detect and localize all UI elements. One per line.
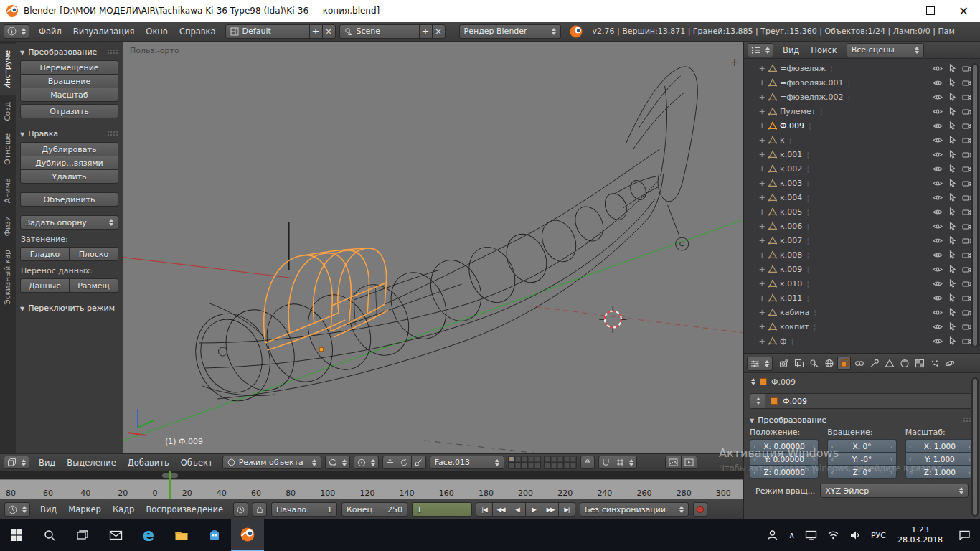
add-scene-button[interactable] <box>419 24 433 39</box>
outliner-item[interactable]: к.001 ¦ <box>747 147 980 161</box>
pivot-point-dropdown[interactable] <box>354 456 379 469</box>
selectable-cursor-icon[interactable] <box>948 207 956 216</box>
render-camera-icon[interactable] <box>962 280 971 288</box>
scene-dropdown[interactable]: Scene <box>339 24 420 39</box>
eye-icon[interactable] <box>933 165 943 173</box>
menu-item[interactable]: Кадр <box>107 504 140 514</box>
scroll-thumb[interactable] <box>973 379 977 515</box>
transform-properties-header[interactable]: Преобразование <box>750 413 974 426</box>
layers-widget[interactable] <box>508 456 577 469</box>
outliner-item[interactable]: =фюзеляж.002 ¦ <box>747 90 980 104</box>
tool-shelf-tab[interactable]: Физи <box>0 209 16 242</box>
selectable-cursor-icon[interactable] <box>948 222 956 230</box>
frame-start-field[interactable]: Начало: 1 <box>271 502 337 517</box>
join-button[interactable]: Объединить <box>20 192 118 207</box>
viewport-shading-dropdown[interactable] <box>325 456 350 469</box>
tool-shelf-tab[interactable]: Инструме <box>0 44 16 95</box>
tab-scene[interactable] <box>807 357 821 370</box>
outliner-item[interactable]: к.009 ¦ <box>747 262 980 276</box>
render-engine-dropdown[interactable]: Рендер Blender <box>459 24 561 39</box>
maximize-button[interactable] <box>914 0 947 22</box>
expand-icon[interactable] <box>758 265 765 274</box>
eye-icon[interactable] <box>933 65 943 72</box>
selectable-cursor-icon[interactable] <box>948 121 956 130</box>
menu-item[interactable]: Воспроизведение <box>140 504 229 514</box>
playback-button[interactable]: ▶| <box>558 502 575 517</box>
eye-icon[interactable] <box>933 108 943 116</box>
transform-panel-header[interactable]: Преобразование <box>20 45 118 58</box>
rotation-mode-dropdown[interactable]: XYZ Эйлер <box>820 484 969 498</box>
outliner-item[interactable]: к.008 ¦ <box>747 248 980 262</box>
frame-end-field[interactable]: Конец: 250 <box>341 502 407 517</box>
outliner-item[interactable]: Пулемет ¦ <box>747 104 980 118</box>
rotation-field[interactable]: Z: 0° <box>827 465 896 479</box>
eye-icon[interactable] <box>933 251 943 259</box>
selectable-cursor-icon[interactable] <box>948 164 956 173</box>
expand-icon[interactable] <box>758 193 765 202</box>
render-camera-icon[interactable] <box>962 194 971 202</box>
selectable-cursor-icon[interactable] <box>948 78 956 87</box>
object-name-field[interactable]: Ф.009 <box>765 393 974 409</box>
tool-shelf-tab[interactable]: Созд <box>0 95 16 128</box>
delete-button[interactable]: Удалить <box>20 169 118 184</box>
editor-type-info-button[interactable] <box>4 24 29 39</box>
expand-icon[interactable] <box>758 179 765 188</box>
network-tray-button[interactable] <box>800 519 822 551</box>
render-camera-icon[interactable] <box>962 323 971 331</box>
outliner-item[interactable]: =фюзеляж ¦ <box>747 61 980 75</box>
editor-type-properties-button[interactable] <box>747 357 773 371</box>
editor-type-outliner-button[interactable] <box>748 43 773 57</box>
start-button[interactable] <box>0 519 33 551</box>
expand-icon[interactable] <box>758 236 765 245</box>
render-camera-icon[interactable] <box>962 337 971 345</box>
transfer-data-button[interactable]: Данные <box>20 278 70 293</box>
viewport-3d[interactable]: Польз.-орто (1) Ф.009 <box>123 42 743 453</box>
manipulator-scale-button[interactable] <box>411 456 426 469</box>
playback-button[interactable]: ◀◀ <box>492 502 509 517</box>
opengl-render-image-button[interactable] <box>665 456 682 469</box>
transfer-placement-button[interactable]: Размещ <box>69 278 118 293</box>
menu-item[interactable]: Вид <box>33 458 61 468</box>
clock[interactable]: 1:23 28.03.2018 <box>891 525 949 545</box>
render-camera-icon[interactable] <box>962 265 971 273</box>
tray-expand-button[interactable] <box>783 519 800 551</box>
outliner-item[interactable]: к.002 ¦ <box>747 161 980 176</box>
outliner-item[interactable]: ф ¦ <box>747 334 980 348</box>
shade-flat-button[interactable]: Плоско <box>69 247 118 261</box>
tab-render-layers[interactable] <box>792 357 806 370</box>
rotation-field[interactable]: X: 0° <box>827 439 896 453</box>
lock-frame-button[interactable] <box>253 502 267 517</box>
render-camera-icon[interactable] <box>962 93 971 101</box>
breadcrumb-arrows-icon[interactable] <box>751 378 755 385</box>
manipulator-rotate-button[interactable] <box>397 456 412 469</box>
expand-icon[interactable] <box>758 64 765 73</box>
eye-icon[interactable] <box>933 337 943 345</box>
current-frame-field[interactable]: 1 <box>412 502 472 517</box>
scale-field[interactable]: Y: 1.000 <box>905 452 974 466</box>
selectable-cursor-icon[interactable] <box>948 236 956 245</box>
playback-button[interactable]: ▶ <box>525 502 542 517</box>
volume-tray-button[interactable] <box>844 519 866 551</box>
selectable-cursor-icon[interactable] <box>948 64 956 72</box>
tab-object-data[interactable] <box>882 357 896 370</box>
tab-world[interactable] <box>822 357 836 370</box>
location-field[interactable]: Z: 0.00000 <box>750 465 819 479</box>
render-camera-icon[interactable] <box>962 222 971 230</box>
current-frame-indicator[interactable] <box>169 471 171 499</box>
expand-icon[interactable] <box>758 78 765 88</box>
tab-physics[interactable] <box>943 357 956 370</box>
eye-icon[interactable] <box>933 194 943 202</box>
eye-icon[interactable] <box>933 323 943 331</box>
blender-app-button[interactable] <box>231 519 264 551</box>
menu-item[interactable]: Маркер <box>62 504 107 514</box>
eye-icon[interactable] <box>933 280 943 288</box>
rotate-button[interactable]: Вращение <box>20 74 118 88</box>
tab-texture[interactable] <box>913 357 926 370</box>
eye-icon[interactable] <box>933 208 943 216</box>
shade-smooth-button[interactable]: Гладко <box>20 247 70 261</box>
properties-region-expand-icon[interactable] <box>730 56 739 69</box>
expand-icon[interactable] <box>758 250 765 260</box>
sync-dropdown[interactable]: Без синхронизации <box>580 502 689 517</box>
snap-element-dropdown[interactable] <box>613 456 637 469</box>
selectable-cursor-icon[interactable] <box>948 279 956 288</box>
